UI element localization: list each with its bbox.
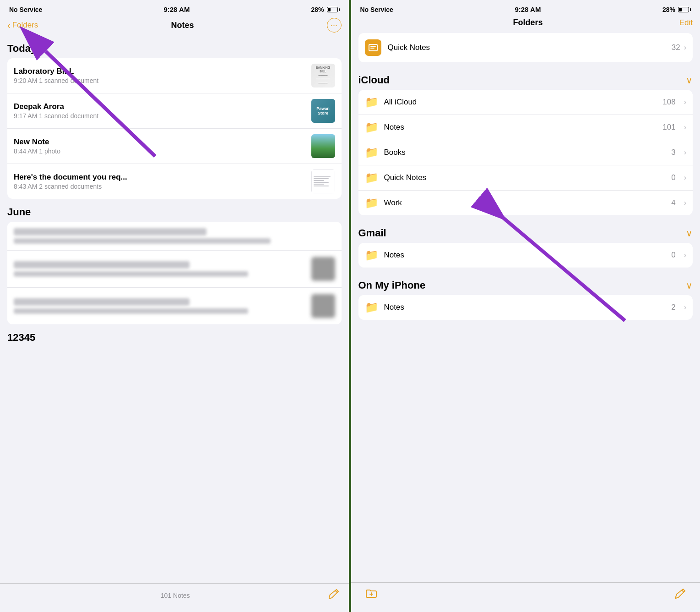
icloud-section: iCloud ∨ 📁 All iCloud 108 › 📁 Notes 101 … [358,71,693,215]
folder-icon-quick-notes: 📁 [365,171,379,184]
folder-name-notes-icloud: Notes [384,123,657,132]
blurred-note-3[interactable] [7,288,342,324]
folder-icon-notes-iphone: 📁 [365,301,379,314]
right-time: 9:28 AM [515,5,541,13]
folder-count-work: 4 [671,198,675,208]
folder-quick-notes-icloud[interactable]: 📁 Quick Notes 0 › [358,165,693,191]
blurred-note-2[interactable] [7,251,342,288]
right-nav-title: Folders [513,18,543,27]
folder-name-quick-notes-icloud: Quick Notes [384,173,666,182]
blurred-note-1[interactable] [7,222,342,251]
folder-count-notes-gmail: 0 [671,251,675,260]
left-phone: No Service 9:28 AM 28% ‹ Folders Notes ·… [0,0,349,612]
gmail-folder-list: 📁 Notes 0 › [358,243,693,268]
folder-chevron-notes-gmail: › [684,251,686,259]
note-thumb-document [311,169,335,193]
gmail-title: Gmail [358,227,386,239]
battery-icon [327,7,340,12]
folder-chevron-notes-icloud: › [684,123,686,131]
folder-all-icloud[interactable]: 📁 All iCloud 108 › [358,90,693,115]
folder-name-notes-gmail: Notes [384,251,666,260]
compose-button[interactable] [328,588,340,603]
back-button[interactable]: ‹ Folders [7,20,38,31]
folder-count-notes-iphone: 2 [671,303,675,312]
note-subtitle-document: 8:43 AM 2 scanned documents [14,183,307,190]
folder-count-all-icloud: 108 [662,98,675,107]
right-bottom-bar [351,582,700,612]
folder-notes-iphone[interactable]: 📁 Notes 2 › [358,295,693,320]
right-battery: 28% [662,6,691,13]
folder-name-all-icloud: All iCloud [384,98,657,107]
icloud-title: iCloud [358,74,390,86]
left-nav-bar: ‹ Folders Notes ··· [0,16,349,38]
folder-count-books: 3 [671,148,675,157]
folder-name-notes-iphone: Notes [384,303,666,312]
left-status-bar: No Service 9:28 AM 28% [0,0,349,16]
folder-work[interactable]: 📁 Work 4 › [358,191,693,215]
left-battery: 28% [311,6,339,13]
on-my-iphone-folder-list: 📁 Notes 2 › [358,295,693,320]
quick-notes-label: Quick Notes [388,43,672,52]
note-thumb-deepak: PawanStore [311,99,335,123]
right-compose-button[interactable] [674,588,686,602]
on-my-iphone-chevron[interactable]: ∨ [686,280,693,291]
partial-text: 12345 [7,332,342,344]
on-my-iphone-title: On My iPhone [358,279,426,291]
june-header: June [7,206,342,218]
left-time: 9:28 AM [163,5,190,13]
folder-notes-icloud[interactable]: 📁 Notes 101 › [358,115,693,140]
notes-count: 101 Notes [23,592,328,599]
folder-notes-gmail[interactable]: 📁 Notes 0 › [358,243,693,268]
june-notes-card [7,222,342,324]
folder-chevron-notes-iphone: › [684,303,686,311]
note-item-deepak[interactable]: Deepak Arora 9:17 AM 1 scanned document … [7,93,342,129]
more-button[interactable]: ··· [327,18,342,33]
icloud-chevron[interactable]: ∨ [686,75,693,86]
note-title-lab: Laboratory BILL [14,67,307,76]
note-thumb-new-note [311,134,335,158]
right-battery-icon [678,7,691,12]
gmail-section: Gmail ∨ 📁 Notes 0 › [358,224,693,268]
note-subtitle-new-note: 8:44 AM 1 photo [14,148,307,155]
right-content: Quick Notes 32 › iCloud ∨ 📁 All iCloud 1… [351,33,700,582]
note-subtitle-deepak: 9:17 AM 1 scanned document [14,112,307,120]
right-signal: No Service [360,6,393,13]
chevron-left-icon: ‹ [7,20,11,31]
note-subtitle-lab: 9:20 AM 1 scanned document [14,77,307,84]
folder-chevron-books: › [684,148,686,157]
quick-notes-icon [365,39,381,56]
folder-count-quick-notes-icloud: 0 [671,173,675,182]
note-thumb-lab: BANKINGBILL────────────── [311,64,335,87]
folder-books[interactable]: 📁 Books 3 › [358,140,693,165]
icloud-folder-list: 📁 All iCloud 108 › 📁 Notes 101 › 📁 Books… [358,90,693,215]
today-header: Today [7,43,342,55]
edit-button[interactable]: Edit [679,18,693,27]
folder-icon-notes: 📁 [365,121,379,134]
left-bottom-bar: 101 Notes [0,583,349,612]
note-title-new-note: New Note [14,137,307,147]
left-nav-title: Notes [171,21,194,30]
folder-icon: 📁 [365,96,379,109]
folder-chevron-all-icloud: › [684,98,686,106]
quick-notes-chevron: › [684,44,686,52]
folder-icon-work: 📁 [365,197,379,209]
folder-icon-books: 📁 [365,146,379,159]
left-signal: No Service [9,6,42,13]
add-folder-button[interactable] [365,587,378,603]
folder-name-books: Books [384,148,666,157]
right-phone: No Service 9:28 AM 28% Folders Edit Quic… [351,0,700,612]
left-content: Today Laboratory BILL 9:20 AM 1 scanned … [0,38,349,583]
folder-name-work: Work [384,198,666,208]
on-my-iphone-section: On My iPhone ∨ 📁 Notes 2 › [358,277,693,320]
folder-chevron-work: › [684,199,686,207]
quick-notes-count: 32 [672,43,680,52]
note-item-document[interactable]: Here's the document you req... 8:43 AM 2… [7,164,342,199]
folder-count-notes-icloud: 101 [662,123,675,132]
note-item-lab[interactable]: Laboratory BILL 9:20 AM 1 scanned docume… [7,58,342,93]
today-notes-card: Laboratory BILL 9:20 AM 1 scanned docume… [7,58,342,199]
note-title-document: Here's the document you req... [14,173,307,182]
note-item-new-note[interactable]: New Note 8:44 AM 1 photo [7,129,342,164]
right-status-bar: No Service 9:28 AM 28% [351,0,700,16]
quick-notes-row[interactable]: Quick Notes 32 › [358,33,693,62]
gmail-chevron[interactable]: ∨ [686,228,693,239]
